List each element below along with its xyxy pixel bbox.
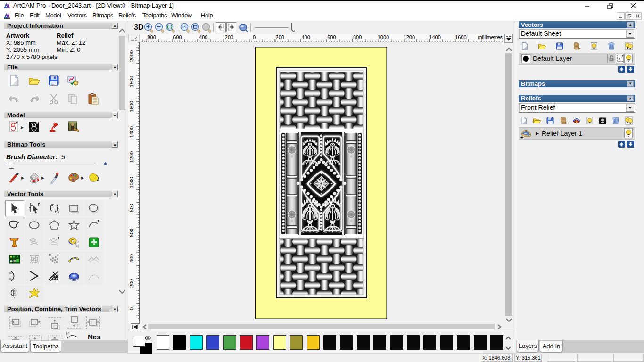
svg-text:T: T	[16, 122, 18, 125]
svg-text:T: T	[36, 122, 39, 125]
svg-text:Nes: Nes	[88, 333, 101, 340]
svg-text:1:1: 1:1	[182, 25, 187, 29]
svg-text:+: +	[520, 134, 523, 140]
